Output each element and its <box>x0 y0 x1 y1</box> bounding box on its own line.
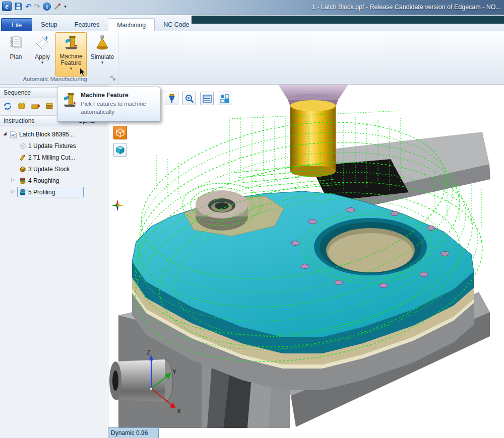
tree-row-profiling[interactable]: ▷ 5 Profiling <box>0 187 108 198</box>
spindle-icon <box>167 94 177 104</box>
plan-button[interactable]: Plan <box>3 33 29 75</box>
nc-doc-icon: NC <box>10 131 17 138</box>
quick-access-dropdown-icon[interactable]: ▾ <box>64 4 67 9</box>
vise-screw <box>109 359 173 402</box>
window-layout-button[interactable] <box>218 92 231 105</box>
info-icon[interactable]: i <box>43 3 51 11</box>
tooltip-body-line2: automatically <box>81 109 114 115</box>
instructions-tree: ◢ NC Latch Block 86395... 1 Update Fixtu… <box>0 129 108 198</box>
simulate-icon <box>94 35 110 51</box>
boss-cylinder <box>196 190 248 231</box>
sequence-tool-icon-1[interactable] <box>15 100 28 113</box>
tab-setup[interactable]: Setup <box>32 18 66 31</box>
zoom-icon <box>184 94 195 104</box>
save-icon[interactable] <box>14 2 23 11</box>
expander-open-icon[interactable]: ◢ <box>3 131 7 136</box>
roughing-icon <box>19 177 26 184</box>
spindle-tool-button[interactable] <box>165 92 178 105</box>
tab-file[interactable]: File <box>1 18 32 31</box>
svg-text:NC: NC <box>12 134 16 137</box>
layout-icon <box>220 94 230 104</box>
y-axis-label: Y <box>172 369 176 376</box>
fixtures-icon <box>19 142 26 150</box>
app-logo-icon[interactable]: e <box>2 2 12 11</box>
tree-row-update-stock[interactable]: 3 Update Stock <box>0 164 108 175</box>
tooltip-body-line1: Pick Features to machine <box>81 101 146 107</box>
tab-nc-code[interactable]: NC Code <box>155 18 198 31</box>
ribbon: Plan Apply ▾ <box>0 31 504 85</box>
tooltip-title: Machine Feature <box>81 92 129 99</box>
solid-view-button[interactable] <box>113 126 127 139</box>
quick-access-toolbar: e ↶ ↷ i ▾ <box>2 2 67 11</box>
profiling-icon <box>19 189 26 196</box>
tree-row-update-fixtures[interactable]: 1 Update Fixtures <box>0 140 108 152</box>
machine-feature-icon <box>61 92 78 108</box>
undo-icon[interactable]: ↶ <box>25 2 32 11</box>
sequence-tool-icon-3[interactable] <box>43 100 56 113</box>
sequence-list-button[interactable] <box>200 92 214 105</box>
dropdown-arrow-icon[interactable]: ▾ <box>30 60 54 65</box>
tree-row-roughing[interactable]: ▷ 4 Roughing <box>0 175 108 187</box>
teal-band <box>192 16 504 24</box>
sequence-panel: Sequence Instruc <box>0 85 108 438</box>
shaded-view-button[interactable] <box>113 143 127 157</box>
expander-closed-icon[interactable]: ▷ <box>11 189 15 194</box>
list-icon <box>202 94 212 104</box>
ribbon-group-automatic-manufacturing: Plan Apply ▾ <box>1 31 118 84</box>
zoom-button[interactable] <box>182 92 196 105</box>
apply-button[interactable]: Apply ▾ <box>30 33 54 75</box>
mouse-cursor <box>79 67 86 77</box>
window-title: 1 - Latch Block.ppf - Release Candidate … <box>312 4 501 11</box>
expander-closed-icon[interactable]: ▷ <box>11 177 15 182</box>
origin-star-icon <box>111 199 123 211</box>
simulate-button[interactable]: Simulate ▾ <box>88 33 117 75</box>
machine-feature-tooltip: Machine Feature Pick Features to machine… <box>57 87 160 122</box>
z-axis-label: Z <box>147 349 150 356</box>
dynamic-status-badge: Dynamic 0.96 <box>108 427 159 438</box>
plan-icon <box>8 35 24 51</box>
milling-cutter-icon <box>19 154 26 161</box>
tab-machining[interactable]: Machining <box>108 18 155 31</box>
tree-row-milling-cut[interactable]: 2 T1 Milling Cut... <box>0 152 108 164</box>
apply-icon <box>34 35 50 51</box>
dropdown-arrow-icon[interactable]: ▾ <box>88 60 117 65</box>
shaded-cube-icon <box>115 145 125 155</box>
ribbon-tab-row: File Setup Features Machining NC Code <box>0 15 504 31</box>
stock-icon <box>19 166 26 173</box>
redo-icon[interactable]: ↷ <box>34 2 41 11</box>
solid-cube-icon <box>115 128 125 137</box>
title-bar: e ↶ ↷ i ▾ 1 - Latch Block.ppf - Release … <box>0 0 504 15</box>
graphics-viewport: Z Y X <box>108 85 504 438</box>
edgecam-window: e ↶ ↷ i ▾ 1 - Latch Block.ppf - Release … <box>0 0 504 438</box>
refresh-icon[interactable] <box>1 100 14 113</box>
x-axis-label: X <box>177 408 181 415</box>
sequence-tool-icon-2[interactable] <box>29 100 42 113</box>
tree-row-root[interactable]: ◢ NC Latch Block 86395... <box>0 129 108 140</box>
tab-features[interactable]: Features <box>66 18 108 31</box>
group-label: Automatic Manufacturing <box>1 76 109 82</box>
dialog-launcher-icon[interactable] <box>110 75 116 82</box>
machine-feature-icon <box>63 35 80 50</box>
customize-icon[interactable] <box>53 3 61 11</box>
viewport-3d-scene[interactable]: Z Y X <box>108 85 504 438</box>
